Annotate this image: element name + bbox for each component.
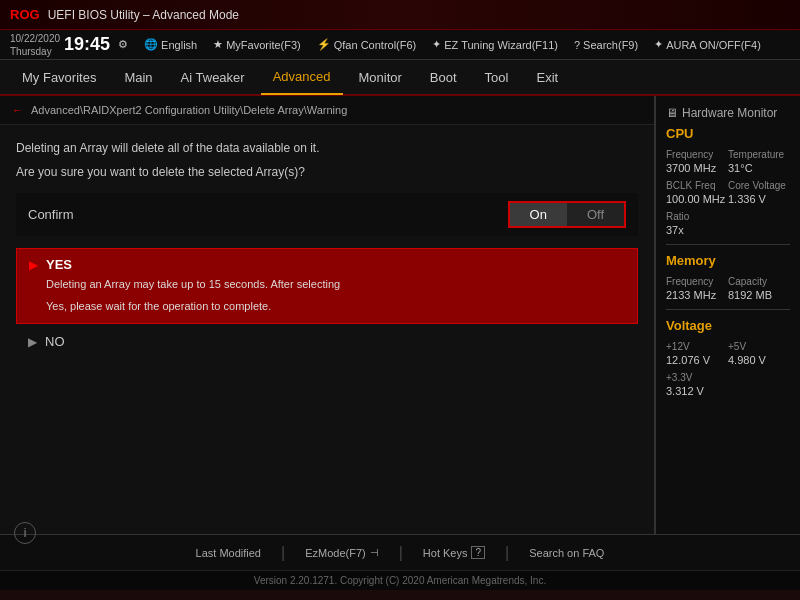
content-body: Deleting an Array will delete all of the… bbox=[0, 125, 654, 534]
memory-cap-label: Capacity bbox=[728, 276, 790, 287]
memory-cap-col: Capacity 8192 MB bbox=[728, 276, 790, 301]
voltage-33-label: +3.3V bbox=[666, 372, 790, 383]
cpu-ratio-label: Ratio bbox=[666, 211, 790, 222]
ez-tuning-shortcut[interactable]: ✦ EZ Tuning Wizard(F11) bbox=[432, 38, 558, 51]
voltage-33-row: +3.3V 3.312 V bbox=[666, 372, 790, 397]
voltage-section-title: Voltage bbox=[666, 318, 790, 333]
cpu-temp-col: Temperature 31°C bbox=[728, 149, 790, 174]
aura-icon: ✦ bbox=[654, 38, 663, 51]
nav-advanced[interactable]: Advanced bbox=[261, 59, 343, 95]
memory-freq-val: 2133 MHz bbox=[666, 289, 728, 301]
nav-tool[interactable]: Tool bbox=[473, 59, 521, 95]
nav-main[interactable]: Main bbox=[112, 59, 164, 95]
my-favorites-shortcut[interactable]: ★ MyFavorite(F3) bbox=[213, 38, 301, 51]
rog-logo: ROG bbox=[10, 7, 40, 22]
memory-voltage-divider bbox=[666, 309, 790, 310]
search-faq-label: Search on FAQ bbox=[529, 547, 604, 559]
monitor-icon: 🖥 bbox=[666, 106, 678, 120]
cpu-freq-col: Frequency 3700 MHz bbox=[666, 149, 728, 174]
voltage-33-col: +3.3V 3.312 V bbox=[666, 372, 790, 397]
sidebar-title: Hardware Monitor bbox=[682, 106, 777, 120]
cpu-temp-val: 31°C bbox=[728, 162, 790, 174]
ez-mode-button[interactable]: EzMode(F7) ⊣ bbox=[305, 547, 379, 559]
hardware-monitor-sidebar: 🖥 Hardware Monitor CPU Frequency 3700 MH… bbox=[655, 96, 800, 534]
toggle-on-button[interactable]: On bbox=[510, 203, 567, 226]
toggle-group[interactable]: On Off bbox=[508, 201, 626, 228]
info-bar: 10/22/2020 Thursday 19:45 ⚙ 🌐 English ★ … bbox=[0, 30, 800, 60]
no-option[interactable]: ▶ NO bbox=[16, 326, 638, 357]
voltage-12-5-row: +12V 12.076 V +5V 4.980 V bbox=[666, 341, 790, 366]
hot-keys-button[interactable]: Hot Keys ? bbox=[423, 546, 485, 559]
settings-icon[interactable]: ⚙ bbox=[118, 38, 128, 51]
nav-bar: My Favorites Main Ai Tweaker Advanced Mo… bbox=[0, 60, 800, 96]
memory-section-title: Memory bbox=[666, 253, 790, 268]
search-faq-button[interactable]: Search on FAQ bbox=[529, 547, 604, 559]
qfan-shortcut[interactable]: ⚡ Qfan Control(F6) bbox=[317, 38, 417, 51]
date-display: 10/22/2020 bbox=[10, 32, 60, 45]
cpu-core-voltage-val: 1.336 V bbox=[728, 193, 790, 205]
voltage-12-label: +12V bbox=[666, 341, 728, 352]
star-icon: ★ bbox=[213, 38, 223, 51]
ez-mode-icon: ⊣ bbox=[370, 547, 379, 558]
qfan-icon: ⚡ bbox=[317, 38, 331, 51]
nav-my-favorites[interactable]: My Favorites bbox=[10, 59, 108, 95]
bios-title: UEFI BIOS Utility – Advanced Mode bbox=[48, 8, 239, 22]
yes-label: YES bbox=[46, 257, 340, 272]
last-modified-button[interactable]: Last Modified bbox=[196, 547, 261, 559]
cpu-core-voltage-label: Core Voltage bbox=[728, 180, 790, 191]
cpu-freq-val: 3700 MHz bbox=[666, 162, 728, 174]
time-display: 19:45 bbox=[64, 34, 110, 55]
back-arrow-icon[interactable]: ← bbox=[12, 104, 23, 116]
voltage-12-val: 12.076 V bbox=[666, 354, 728, 366]
confirm-row: Confirm On Off bbox=[16, 193, 638, 236]
last-modified-label: Last Modified bbox=[196, 547, 261, 559]
cpu-ratio-val: 37x bbox=[666, 224, 790, 236]
yes-option[interactable]: ▶ YES Deleting an Array may take up to 1… bbox=[16, 248, 638, 324]
cpu-section-title: CPU bbox=[666, 126, 790, 141]
yes-description-1: Deleting an Array may take up to 15 seco… bbox=[46, 276, 340, 294]
search-shortcut[interactable]: ? Search(F9) bbox=[574, 39, 638, 51]
globe-icon: 🌐 bbox=[144, 38, 158, 51]
hot-keys-label: Hot Keys bbox=[423, 547, 468, 559]
title-bar: ROG UEFI BIOS Utility – Advanced Mode bbox=[0, 0, 800, 30]
cpu-core-voltage-col: Core Voltage 1.336 V bbox=[728, 180, 790, 205]
aura-shortcut[interactable]: ✦ AURA ON/OFF(F4) bbox=[654, 38, 761, 51]
voltage-12-col: +12V 12.076 V bbox=[666, 341, 728, 366]
toggle-off-button[interactable]: Off bbox=[567, 203, 624, 226]
cpu-bclk-col: BCLK Freq 100.00 MHz bbox=[666, 180, 728, 205]
confirm-label: Confirm bbox=[28, 207, 508, 222]
breadcrumb-path: Advanced\RAIDXpert2 Configuration Utilit… bbox=[31, 104, 347, 116]
language-selector[interactable]: 🌐 English bbox=[144, 38, 197, 51]
cpu-freq-temp-row: Frequency 3700 MHz Temperature 31°C bbox=[666, 149, 790, 174]
nav-boot[interactable]: Boot bbox=[418, 59, 469, 95]
nav-exit[interactable]: Exit bbox=[524, 59, 570, 95]
voltage-5-label: +5V bbox=[728, 341, 790, 352]
cpu-freq-label: Frequency bbox=[666, 149, 728, 160]
breadcrumb: ← Advanced\RAIDXpert2 Configuration Util… bbox=[0, 96, 654, 125]
footer-text: Version 2.20.1271. Copyright (C) 2020 Am… bbox=[254, 575, 546, 586]
memory-freq-cap-row: Frequency 2133 MHz Capacity 8192 MB bbox=[666, 276, 790, 301]
warning-text-1: Deleting an Array will delete all of the… bbox=[16, 139, 638, 157]
cpu-ratio-row: Ratio 37x bbox=[666, 211, 790, 236]
cpu-temp-label: Temperature bbox=[728, 149, 790, 160]
ez-tuning-icon: ✦ bbox=[432, 38, 441, 51]
nav-monitor[interactable]: Monitor bbox=[347, 59, 414, 95]
day-display: Thursday bbox=[10, 45, 60, 58]
memory-freq-label: Frequency bbox=[666, 276, 728, 287]
status-bar: Last Modified | EzMode(F7) ⊣ | Hot Keys … bbox=[0, 534, 800, 570]
cpu-bclk-voltage-row: BCLK Freq 100.00 MHz Core Voltage 1.336 … bbox=[666, 180, 790, 205]
cpu-ratio-col: Ratio 37x bbox=[666, 211, 790, 236]
hot-keys-icon: ? bbox=[471, 546, 485, 559]
ez-mode-label: EzMode(F7) bbox=[305, 547, 366, 559]
info-button[interactable]: i bbox=[14, 522, 36, 544]
cpu-memory-divider bbox=[666, 244, 790, 245]
warning-text-2: Are you sure you want to delete the sele… bbox=[16, 163, 638, 181]
yes-arrow-icon: ▶ bbox=[29, 258, 38, 272]
voltage-5-val: 4.980 V bbox=[728, 354, 790, 366]
voltage-5-col: +5V 4.980 V bbox=[728, 341, 790, 366]
memory-cap-val: 8192 MB bbox=[728, 289, 790, 301]
search-icon: ? bbox=[574, 39, 580, 51]
nav-ai-tweaker[interactable]: Ai Tweaker bbox=[169, 59, 257, 95]
memory-freq-col: Frequency 2133 MHz bbox=[666, 276, 728, 301]
yes-description-2: Yes, please wait for the operation to co… bbox=[46, 298, 340, 316]
